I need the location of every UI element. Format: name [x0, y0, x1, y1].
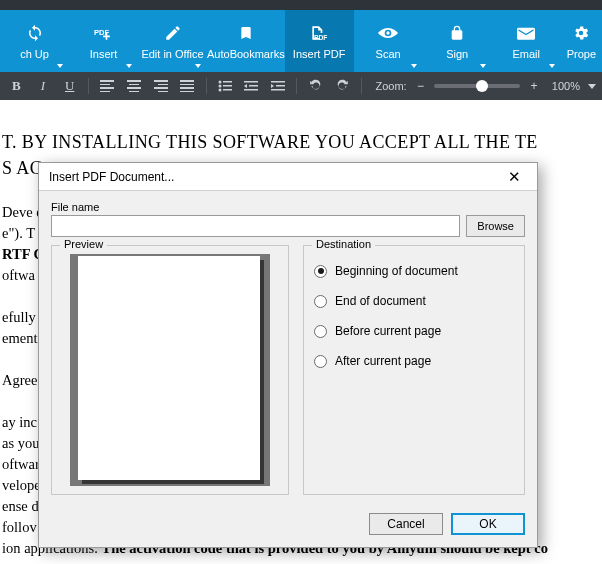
doc-text: ay inc [2, 414, 37, 430]
radio-icon [314, 265, 327, 278]
radio-end[interactable]: End of document [314, 286, 514, 316]
lock-icon [449, 22, 465, 44]
doc-text: e"). T [2, 225, 35, 241]
zoom-label: Zoom: [376, 80, 407, 92]
separator [361, 78, 362, 94]
zoom-in-button[interactable]: + [526, 79, 542, 93]
align-left-button[interactable] [97, 75, 118, 97]
dialog-title-text: Insert PDF Document... [49, 170, 174, 184]
indent-decrease-button[interactable] [241, 75, 262, 97]
svg-rect-5 [223, 85, 232, 87]
radio-icon [314, 355, 327, 368]
svg-rect-11 [271, 81, 285, 83]
ok-button[interactable]: OK [451, 513, 525, 535]
preview-page [78, 256, 260, 480]
radio-label: Before current page [335, 324, 441, 338]
doc-text: ement [2, 330, 37, 346]
svg-text:PDF: PDF [314, 35, 327, 42]
separator [88, 78, 89, 94]
doc-text: oftwar [2, 456, 40, 472]
radio-label: Beginning of document [335, 264, 458, 278]
preview-group: Preview [51, 245, 289, 495]
underline-button[interactable]: U [59, 75, 80, 97]
ribbon-label: Prope [567, 48, 596, 60]
doc-text: oftwa [2, 267, 35, 283]
ribbon-label: Sign [446, 48, 468, 60]
destination-group: Destination Beginning of document End of… [303, 245, 525, 495]
radio-after-current[interactable]: After current page [314, 346, 514, 376]
chevron-down-icon [549, 64, 555, 68]
list-bullets-button[interactable] [214, 75, 235, 97]
separator [296, 78, 297, 94]
italic-button[interactable]: I [33, 75, 54, 97]
file-name-label: File name [51, 201, 525, 213]
ribbon-autobookmarks[interactable]: AutoBookmarks [207, 10, 285, 72]
chevron-down-icon [57, 64, 63, 68]
gear-icon [572, 22, 590, 44]
doc-text: Deve [2, 204, 33, 220]
ribbon-label: AutoBookmarks [207, 48, 285, 60]
svg-point-4 [218, 85, 221, 88]
svg-rect-13 [271, 89, 285, 91]
chevron-down-icon [411, 64, 417, 68]
radio-icon [314, 295, 327, 308]
pdf-plus-icon: PDF [94, 22, 114, 44]
bold-button[interactable]: B [6, 75, 27, 97]
close-button[interactable]: ✕ [495, 165, 533, 189]
doc-text: follov [2, 519, 37, 535]
dialog-titlebar[interactable]: Insert PDF Document... ✕ [39, 163, 537, 191]
ribbon-edit-office[interactable]: Edit in Office [138, 10, 207, 72]
rotate-cw-button[interactable] [332, 75, 353, 97]
svg-point-2 [218, 81, 221, 84]
cancel-button[interactable]: Cancel [369, 513, 443, 535]
ribbon-catchup[interactable]: ch Up [0, 10, 69, 72]
close-icon: ✕ [508, 168, 521, 186]
indent-increase-button[interactable] [268, 75, 289, 97]
zoom-percent: 100% [552, 80, 580, 92]
file-name-input[interactable] [51, 215, 460, 237]
ribbon-email[interactable]: Email [492, 10, 561, 72]
zoom-out-button[interactable]: − [413, 79, 429, 93]
svg-rect-9 [249, 85, 258, 87]
eye-icon [378, 22, 398, 44]
zoom-slider[interactable] [434, 84, 520, 88]
ribbon-toolbar: ch Up PDF Insert Edit in Office AutoBook… [0, 10, 602, 72]
doc-text: velope [2, 477, 41, 493]
ribbon-scan[interactable]: Scan [354, 10, 423, 72]
chevron-down-icon[interactable] [588, 84, 596, 89]
pdf-insert-icon: PDF [309, 22, 329, 44]
radio-before-current[interactable]: Before current page [314, 316, 514, 346]
svg-rect-12 [276, 85, 285, 87]
align-justify-button[interactable] [177, 75, 198, 97]
align-center-button[interactable] [124, 75, 145, 97]
ribbon-label: Insert PDF [293, 48, 346, 60]
svg-rect-10 [244, 89, 258, 91]
svg-point-6 [218, 89, 221, 92]
zoom-thumb[interactable] [476, 80, 488, 92]
preview-thumbnail [70, 254, 270, 486]
doc-heading-fragment: S AG [2, 158, 43, 178]
browse-button[interactable]: Browse [466, 215, 525, 237]
ribbon-insert[interactable]: PDF Insert [69, 10, 138, 72]
align-right-button[interactable] [150, 75, 171, 97]
bookmark-icon [238, 22, 254, 44]
radio-icon [314, 325, 327, 338]
svg-rect-8 [244, 81, 258, 83]
doc-text: Agree [2, 372, 37, 388]
radio-beginning[interactable]: Beginning of document [314, 256, 514, 286]
ribbon-insert-pdf[interactable]: PDF Insert PDF [285, 10, 354, 72]
destination-legend: Destination [312, 238, 375, 250]
doc-text: ense d [2, 498, 39, 514]
insert-pdf-dialog: Insert PDF Document... ✕ File name Brows… [38, 162, 538, 548]
preview-legend: Preview [60, 238, 107, 250]
chevron-down-icon [126, 64, 132, 68]
ribbon-label: Scan [376, 48, 401, 60]
chevron-down-icon [480, 64, 486, 68]
ribbon-properties[interactable]: Prope [561, 10, 602, 72]
radio-label: After current page [335, 354, 431, 368]
doc-heading-fragment: T. BY INSTALLING THIS SOFTWARE YOU ACCEP… [2, 132, 538, 152]
ribbon-sign[interactable]: Sign [423, 10, 492, 72]
rotate-ccw-button[interactable] [305, 75, 326, 97]
radio-label: End of document [335, 294, 426, 308]
ribbon-label: Email [512, 48, 540, 60]
